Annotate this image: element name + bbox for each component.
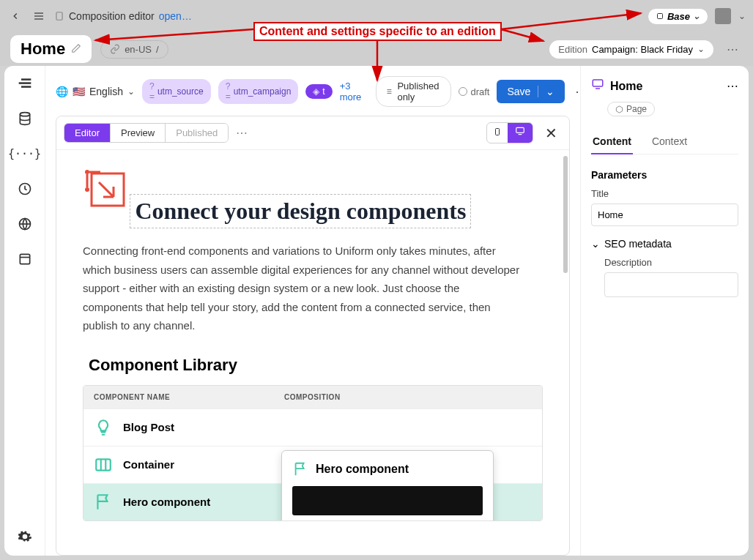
hover-card-title: Hero component — [316, 463, 409, 476]
main-workspace: {···} 🌐 🇺🇸 English ⌄ ?= utm_source ?= ut… — [4, 66, 749, 556]
panel-tabs: Content Context — [591, 130, 738, 154]
component-library: Component Library COMPONENT NAME COMPOSI… — [83, 356, 543, 521]
header-composition: COMPOSITION — [284, 393, 341, 401]
editor-mode-tabs: Editor Preview Published ⋯ ✕ — [56, 116, 569, 150]
rail-code-icon[interactable]: {···} — [16, 145, 34, 163]
panel-overflow-menu[interactable]: ⋯ — [727, 79, 738, 93]
top-breadcrumb-bar: Composition editor open… Base ⌄ ⌄ — [0, 0, 753, 32]
avatar[interactable] — [715, 8, 731, 24]
globe-icon: 🌐 — [56, 86, 68, 97]
canvas-body: Connecting front-end components and vari… — [83, 242, 522, 335]
title-field-input[interactable] — [591, 204, 738, 226]
save-chevron-icon[interactable]: ⌄ — [546, 86, 554, 97]
device-mobile-icon[interactable] — [487, 123, 508, 143]
hero-logo-icon — [83, 168, 127, 212]
rail-database-icon[interactable] — [16, 110, 34, 127]
scrollbar-thumb[interactable] — [563, 156, 568, 273]
svg-rect-22 — [516, 127, 524, 132]
description-input[interactable] — [604, 272, 738, 297]
svg-point-26 — [85, 187, 89, 192]
pencil-icon[interactable] — [71, 43, 81, 56]
locale-suffix: / — [156, 44, 159, 55]
device-toggle — [486, 122, 533, 143]
rail-history-icon[interactable] — [16, 180, 34, 198]
editor-toolbar: 🌐 🇺🇸 English ⌄ ?= utm_source ?= utm_camp… — [56, 76, 573, 107]
device-desktop-icon[interactable] — [508, 123, 533, 143]
toolbar-overflow-menu[interactable]: ⋯ — [572, 83, 580, 100]
edition-more-icon[interactable]: ⋯ — [722, 42, 743, 56]
locale-value: en-US — [125, 44, 152, 55]
link-icon — [110, 44, 120, 54]
breadcrumb-title: Composition editor — [69, 10, 155, 22]
rail-panel-icon[interactable] — [16, 250, 34, 268]
base-selector[interactable]: Base ⌄ — [648, 9, 708, 24]
svg-rect-21 — [496, 129, 500, 135]
header-name: COMPONENT NAME — [94, 393, 284, 401]
table-header: COMPONENT NAME COMPOSITION — [84, 386, 542, 408]
menu-button[interactable] — [31, 8, 47, 24]
flag-icon: 🇺🇸 — [73, 86, 85, 97]
left-rail: {···} — [4, 66, 45, 556]
cube-icon — [615, 105, 623, 113]
editor-card: Editor Preview Published ⋯ ✕ — [56, 116, 570, 556]
chip-utm-campaign[interactable]: ?= utm_campaign — [218, 79, 299, 104]
lightbulb-icon — [94, 418, 113, 437]
language-selector[interactable]: 🌐 🇺🇸 English ⌄ — [56, 86, 135, 97]
rail-globe-icon[interactable] — [16, 215, 34, 233]
composition-name-pill[interactable]: Home — [10, 35, 92, 63]
panel-tab-context[interactable]: Context — [650, 130, 689, 154]
close-button[interactable]: ✕ — [541, 124, 562, 142]
monitor-icon — [591, 78, 604, 94]
layers-icon — [656, 12, 664, 20]
tabs-overflow-menu[interactable]: ⋯ — [236, 126, 248, 140]
chip-utm-source[interactable]: ?= utm_source — [142, 79, 211, 104]
panel-tab-content[interactable]: Content — [591, 130, 633, 154]
user-menu-chevron[interactable]: ⌄ — [738, 11, 746, 21]
draft-indicator[interactable]: draft — [459, 86, 489, 97]
rail-settings-icon[interactable] — [16, 528, 34, 545]
published-only-toggle[interactable]: Published only — [376, 76, 451, 107]
flag-icon — [292, 461, 308, 477]
draft-label: draft — [470, 86, 489, 97]
edition-selector[interactable]: Edition Campaign: Black Friday ⌄ — [549, 40, 713, 59]
rail-structure-icon[interactable] — [16, 75, 34, 92]
svg-rect-10 — [18, 82, 31, 84]
svg-rect-32 — [593, 80, 603, 86]
row-name: Blog Post — [123, 421, 174, 433]
center-column: 🌐 🇺🇸 English ⌄ ?= utm_source ?= utm_camp… — [45, 66, 580, 556]
type-badge-label: Page — [626, 104, 647, 114]
tab-published[interactable]: Published — [166, 124, 228, 142]
published-only-label: Published only — [397, 81, 442, 102]
breadcrumb-open-link[interactable]: open… — [159, 10, 192, 22]
svg-rect-3 — [56, 12, 62, 20]
tab-editor[interactable]: Editor — [64, 124, 111, 142]
back-button[interactable] — [7, 8, 23, 24]
chevron-down-icon: ⌄ — [697, 44, 705, 54]
page-icon — [54, 11, 64, 21]
draft-status-icon — [459, 87, 467, 96]
save-button[interactable]: Save ⌄ — [497, 80, 565, 103]
type-badge: Page — [607, 102, 655, 116]
svg-point-12 — [20, 113, 29, 116]
seo-collapse-toggle[interactable]: ⌄ SEO metadata — [591, 238, 738, 250]
svg-rect-9 — [21, 78, 31, 81]
table-row[interactable]: Blog Post — [84, 408, 542, 446]
parameters-heading: Parameters — [591, 169, 738, 181]
flag-icon — [94, 493, 113, 512]
tab-preview[interactable]: Preview — [111, 124, 166, 142]
save-label: Save — [507, 86, 530, 97]
canvas-title[interactable]: Connect your design components — [130, 194, 471, 228]
row-name: Container — [123, 458, 174, 471]
complib-title: Component Library — [89, 356, 543, 375]
seo-label: SEO metadata — [604, 238, 672, 250]
row-name: Hero component — [123, 496, 210, 508]
chip-t[interactable]: ◈ t — [305, 84, 332, 99]
svg-point-25 — [85, 170, 89, 174]
breadcrumb: Composition editor open… — [54, 10, 192, 22]
hover-card-preview — [292, 486, 483, 515]
svg-rect-11 — [21, 86, 31, 88]
preview-canvas: Connect your design components Connectin… — [56, 150, 569, 555]
locale-selector[interactable]: en-US/ — [100, 40, 168, 59]
more-chips-link[interactable]: +3 more — [340, 81, 362, 102]
chevron-down-icon: ⌄ — [693, 11, 700, 21]
